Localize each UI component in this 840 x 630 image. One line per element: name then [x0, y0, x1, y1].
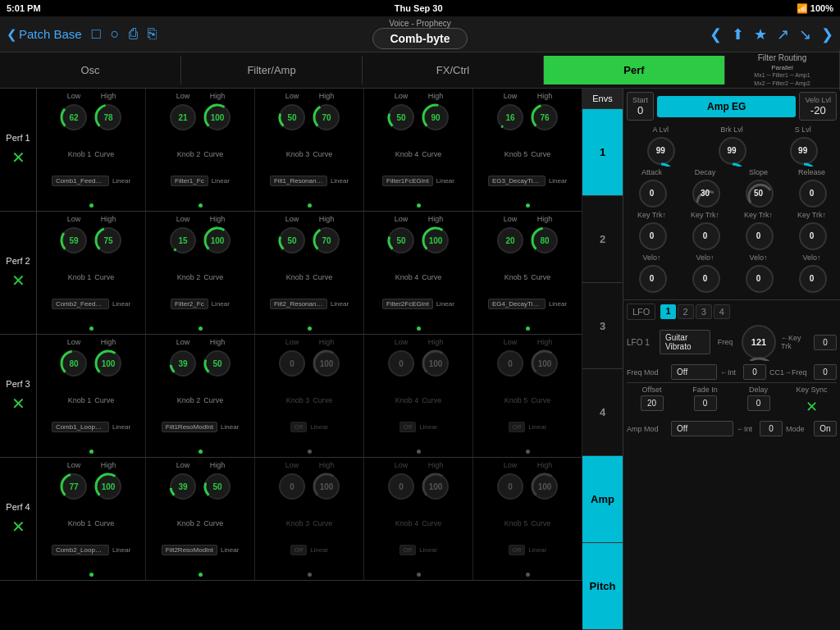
param-box1[interactable]: Filter2_Fc	[171, 299, 208, 309]
eg-brk-lvl-knob[interactable]: 99	[717, 135, 746, 165]
knob-high-r1-k1[interactable]: 78	[93, 102, 124, 133]
knob-low-r1-k2[interactable]: 21	[167, 102, 199, 133]
knob-low-r2-k1[interactable]: 59	[58, 225, 89, 256]
circle-icon[interactable]: ○	[111, 25, 120, 43]
eg-key-trk-1-knob[interactable]: 0	[637, 221, 667, 250]
knob-low-r3-k5[interactable]: 0	[495, 348, 526, 379]
knob-low-r2-k3[interactable]: 50	[276, 225, 308, 256]
param-box1[interactable]: Off	[509, 545, 526, 555]
perf-x-btn-3[interactable]: ✕	[11, 394, 25, 413]
knob-low-r1-k4[interactable]: 50	[386, 102, 417, 133]
param-box1[interactable]: Comb1_LoopLPF	[52, 422, 109, 432]
nav-left-arrow[interactable]: ❮	[710, 25, 722, 43]
knob-low-r3-k1[interactable]: 80	[58, 348, 89, 379]
lfo-amp-mod-value[interactable]: Off	[671, 421, 733, 436]
env-btn-amp[interactable]: Amp	[582, 456, 623, 543]
lfo-btn-3[interactable]: 3	[696, 304, 712, 319]
tab-fx-ctrl[interactable]: FX/Ctrl	[363, 56, 544, 84]
knob-low-r1-k3[interactable]: 50	[276, 102, 308, 133]
knob-high-r4-k4[interactable]: 100	[420, 471, 451, 502]
knob-low-r2-k5[interactable]: 20	[495, 225, 526, 256]
knob-low-r4-k1[interactable]: 77	[58, 471, 89, 502]
knob-low-r3-k4[interactable]: 0	[386, 348, 417, 379]
param-box1[interactable]: Filter1FcEGInt	[382, 176, 433, 186]
lfo-btn-2[interactable]: 2	[678, 304, 694, 319]
param-box1[interactable]: Comb1_Feedback	[52, 176, 109, 186]
back-button[interactable]: ❮ Patch Base	[7, 27, 82, 42]
keyboard-icon[interactable]: ⎙	[129, 25, 138, 43]
perf-x-btn-4[interactable]: ✕	[11, 517, 25, 536]
knob-high-r3-k3[interactable]: 100	[311, 348, 342, 379]
lfo-fade-in-value[interactable]: 0	[694, 395, 717, 411]
knob-high-r2-k5[interactable]: 80	[529, 225, 560, 256]
param-box1[interactable]: Comb2_LoopLPF	[52, 545, 109, 555]
lfo-freq-knob[interactable]: 121	[740, 323, 778, 361]
knob-low-r3-k3[interactable]: 0	[276, 348, 308, 379]
lfo-waveform[interactable]: Guitar Vibrato	[660, 330, 710, 354]
tab-osc[interactable]: Osc	[0, 56, 181, 84]
doc-icon[interactable]: □	[92, 25, 101, 43]
knob-high-r3-k2[interactable]: 50	[202, 348, 233, 379]
eg-key-trk-2-knob[interactable]: 0	[691, 221, 720, 250]
tab-perf[interactable]: Perf	[544, 56, 725, 84]
eg-decay-knob[interactable]: 30	[691, 178, 720, 208]
lfo-btn-1[interactable]: 1	[660, 304, 675, 319]
lfo-freq-mod-cc1[interactable]: 0	[814, 364, 837, 380]
lfo-freq-mod-int[interactable]: 0	[743, 364, 766, 380]
lfo-key-trk-value[interactable]: 0	[814, 335, 837, 350]
eg-key-trk-4-knob[interactable]: 0	[797, 221, 827, 250]
lfo-offset-value[interactable]: 20	[641, 395, 664, 411]
lfo-delay-value[interactable]: 0	[747, 395, 770, 411]
eg-velo-1-knob[interactable]: 0	[637, 263, 667, 293]
env-btn-2[interactable]: 2	[582, 196, 623, 283]
knob-low-r1-k1[interactable]: 62	[58, 102, 89, 133]
knob-high-r2-k4[interactable]: 100	[420, 225, 451, 256]
param-box1[interactable]: Off	[290, 545, 308, 555]
lfo-amp-mod-int[interactable]: 0	[760, 421, 783, 436]
knob-low-r2-k2[interactable]: 15	[167, 225, 199, 256]
param-box1[interactable]: Filt2ResoModInt	[162, 545, 217, 555]
lfo-freq-mod-value[interactable]: Off	[671, 364, 717, 380]
nav-right-arrow[interactable]: ❯	[821, 25, 833, 43]
knob-high-r1-k5[interactable]: 76	[529, 102, 560, 133]
eg-velo-4-knob[interactable]: 0	[797, 263, 827, 293]
env-btn-3[interactable]: 3	[582, 283, 623, 370]
knob-low-r4-k5[interactable]: 0	[495, 471, 526, 502]
perf-x-btn-2[interactable]: ✕	[11, 271, 25, 290]
param-box1[interactable]: Off	[399, 545, 417, 555]
knob-high-r1-k2[interactable]: 100	[202, 102, 233, 133]
copy-icon[interactable]: ⎘	[148, 25, 157, 43]
param-box1[interactable]: Off	[399, 422, 417, 432]
perf-x-btn-1[interactable]: ✕	[11, 148, 25, 167]
knob-high-r3-k5[interactable]: 100	[529, 348, 560, 379]
param-box1[interactable]: Filt1ResoModInt	[162, 422, 217, 432]
eg-release-knob[interactable]: 0	[797, 178, 827, 208]
knob-high-r1-k4[interactable]: 90	[420, 102, 451, 133]
lfo-btn-4[interactable]: 4	[714, 304, 730, 319]
nav-upload-icon[interactable]: ↗	[777, 25, 789, 43]
param-box1[interactable]: EG3_DecayTime	[488, 176, 546, 186]
knob-high-r2-k2[interactable]: 100	[202, 225, 233, 256]
knob-high-r1-k3[interactable]: 70	[311, 102, 342, 133]
param-box1[interactable]: Filter2FcEGInt	[382, 299, 433, 309]
nav-download-icon[interactable]: ↘	[799, 25, 811, 43]
env-btn-4[interactable]: 4	[582, 369, 623, 456]
knob-low-r4-k4[interactable]: 0	[386, 471, 417, 502]
lfo-key-sync-value[interactable]: ✕	[801, 395, 824, 418]
env-btn-1[interactable]: 1	[582, 109, 623, 196]
eg-a-lvl-knob[interactable]: 99	[646, 135, 675, 165]
lfo-mode-value[interactable]: On	[814, 421, 837, 436]
env-btn-pitch[interactable]: Pitch	[582, 543, 623, 630]
tab-filter-amp[interactable]: Filter/Amp	[181, 56, 363, 84]
nav-bookmark-icon[interactable]: ★	[754, 25, 767, 43]
param-box1[interactable]: Filt2_Resonance	[270, 299, 327, 309]
eg-velo-2-knob[interactable]: 0	[691, 263, 720, 293]
eg-key-trk-3-knob[interactable]: 0	[744, 221, 774, 250]
eg-s-lvl-knob[interactable]: 99	[788, 135, 818, 165]
knob-low-r4-k3[interactable]: 0	[276, 471, 308, 502]
eg-slope-knob[interactable]: 50	[744, 178, 774, 208]
param-box1[interactable]: Filt1_Resonance	[270, 176, 327, 186]
param-box1[interactable]: Comb2_Feedback	[52, 299, 109, 309]
param-box1[interactable]: Off	[290, 422, 308, 432]
knob-high-r3-k1[interactable]: 100	[93, 348, 124, 379]
